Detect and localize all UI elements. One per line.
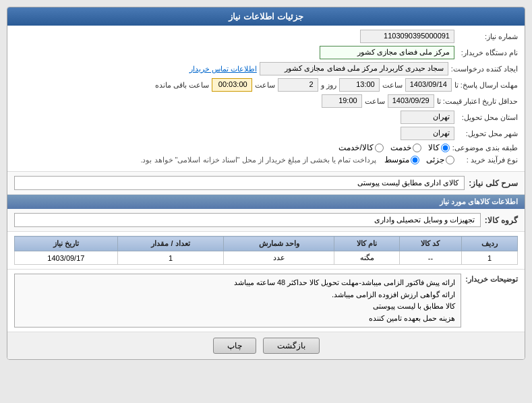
noe-motavaset-item[interactable]: متوسط: [384, 155, 419, 164]
notes-section: توضیحات خریدار: ارائه پیش فاکتور الزامی …: [7, 269, 525, 332]
noe-jozi-radio[interactable]: [446, 156, 454, 164]
col-radif: ردیف: [461, 237, 517, 251]
hadat-row: حداقل تاریخ اعتبار قیمت: تا 1403/09/29 س…: [14, 94, 518, 108]
noe-motavaset-radio[interactable]: [411, 156, 419, 164]
main-container: جزئیات اطلاعات نیاز شماره نیاز: 11030903…: [7, 7, 525, 360]
col-kod: کد کالا: [399, 237, 461, 251]
ostan-label: استان محل تحویل:: [457, 113, 518, 122]
saet-mande-value: 00:03:00: [212, 78, 252, 92]
noe-jozi-label: جزئی: [426, 155, 444, 164]
table-row: 1--مگنهعدد11403/09/17: [15, 251, 518, 265]
ijad-konande-value: سجاد حیدری کاربردار مرکز ملی فضای مجازی …: [260, 62, 448, 75]
shomare-niaz-value: 1103090395000091: [360, 30, 454, 43]
col-tarikh: تاریخ نیاز: [15, 237, 118, 251]
ruz-label: روز و: [321, 81, 336, 90]
noe-jozi-item[interactable]: جزئی: [426, 155, 454, 164]
mohlat-ersal-row: مهلت ارسال پاسخ: تا 1403/09/14 ساعت 13:0…: [14, 78, 518, 92]
kala-table: ردیف کد کالا نام کالا واحد شمارش تعداد /…: [14, 236, 518, 265]
tabaghe-khadamat-radio[interactable]: [413, 144, 421, 152]
bazgasht-button[interactable]: بازگشت: [263, 338, 320, 354]
kala-info-title: اطلاعات کالاهای مورد نیاز: [7, 195, 525, 209]
nam-dastgah-label: نام دستگاه خریدار:: [457, 49, 518, 57]
tabaghe-radio-group: کالا خدمت کالا/خدمت: [338, 143, 449, 152]
tabaghe-khadamat-item[interactable]: خدمت: [390, 143, 421, 152]
noe-motavaset-label: متوسط: [384, 155, 409, 164]
shahr-value: تهران: [401, 127, 454, 140]
tabaghe-kala-label: کالا: [428, 143, 440, 152]
noe-farayand-label: نوع فرآیند خرید :: [457, 156, 518, 164]
grohe-kala-label: گروه کالا:: [485, 216, 518, 225]
hadat-date: 1403/09/29: [388, 94, 434, 108]
shomare-niaz-label: شماره نیاز:: [457, 32, 518, 41]
sarh-value: کالای اداری مطابق لیست پیوستی: [14, 176, 465, 190]
tabaghe-khadamat-label: خدمت: [390, 143, 411, 152]
ostan-value: تهران: [401, 111, 454, 124]
page-title: جزئیات اطلاعات نیاز: [229, 11, 303, 22]
tabaghe-kala-khadamat-radio[interactable]: [375, 144, 384, 152]
tabaghe-kala-item[interactable]: کالا: [428, 143, 450, 152]
saet-label: ساعت: [382, 81, 403, 90]
tabaghe-kala-khadamat-item[interactable]: کالا/خدمت: [338, 143, 383, 152]
ettelaat-link[interactable]: اطلاعات تماس خریدار: [189, 65, 257, 73]
table-wrapper: ردیف کد کالا نام کالا واحد شمارش تعداد /…: [7, 232, 525, 269]
noe-farayand-radio-group: جزئی متوسط: [384, 155, 454, 164]
mohlat-ersal-date: 1403/09/14: [405, 78, 452, 92]
tabaghe-row: طبقه بندی موضوعی: کالا خدمت کالا/خدمت: [14, 143, 518, 152]
col-nam: نام کالا: [334, 237, 400, 251]
shahr-row: شهر محل تحویل: تهران: [14, 127, 518, 140]
button-row: بازگشت چاپ: [7, 332, 525, 359]
table-header-row: ردیف کد کالا نام کالا واحد شمارش تعداد /…: [15, 237, 518, 251]
noe-farayand-row: نوع فرآیند خرید : جزئی متوسط پرداخت تمام…: [14, 155, 518, 164]
grohe-kala-value: تجهیزات و وسایل تحصیلی واداری: [14, 213, 481, 227]
nam-dastgah-row: نام دستگاه خریدار: مرکز ملی فضای مجازی ک…: [14, 46, 518, 59]
col-vahed: واحد شمارش: [224, 237, 334, 251]
hadat-label: حداقل تاریخ اعتبار قیمت: تا: [437, 97, 518, 106]
info-section: شماره نیاز: 1103090395000091 نام دستگاه …: [7, 26, 525, 172]
tabaghe-kala-radio[interactable]: [441, 144, 450, 152]
mande-label: ساعت باقی مانده: [155, 81, 209, 90]
page-header: جزئیات اطلاعات نیاز: [7, 7, 525, 26]
col-tedad: تعداد / مقدار: [117, 237, 223, 251]
shomare-niaz-row: شماره نیاز: 1103090395000091: [14, 30, 518, 43]
sarh-row: سرح کلی نیاز: کالای اداری مطابق لیست پیو…: [7, 172, 525, 195]
ijad-konande-label: ایجاد کننده درخواست:: [451, 65, 518, 73]
notes-label: توضیحات خریدار:: [465, 275, 518, 284]
nam-dastgah-value: مرکز ملی فضای مجازی کشور: [320, 46, 454, 59]
sarh-label: سرح کلی نیاز:: [469, 179, 518, 188]
tabaghe-label: طبقه بندی موضوعی:: [452, 144, 518, 152]
saet-label3: ساعت: [365, 97, 385, 106]
chap-button[interactable]: چاپ: [213, 338, 256, 354]
ruz-value: 2: [278, 78, 318, 92]
shahr-label: شهر محل تحویل:: [457, 129, 518, 138]
grohe-kala-row: گروه کالا: تجهیزات و وسایل تحصیلی واداری: [7, 209, 525, 232]
ijad-konande-row: ایجاد کننده درخواست: سجاد حیدری کاربردار…: [14, 62, 518, 75]
hadat-time: 19:00: [322, 94, 362, 108]
saet-label2: ساعت: [255, 81, 275, 90]
noe-farayand-text: پرداخت تمام یا بخشی از مبلغ خریدار از مح…: [140, 156, 376, 164]
mohlat-ersal-time: 13:00: [339, 78, 380, 92]
ostan-row: استان محل تحویل: تهران: [14, 111, 518, 124]
mohlat-ersal-label: مهلت ارسال پاسخ: تا: [454, 81, 518, 90]
notes-box: ارائه پیش فاکتور الزامی میباشد-مهلت تحوی…: [14, 274, 461, 328]
tabaghe-kala-khadamat-label: کالا/خدمت: [338, 143, 373, 152]
